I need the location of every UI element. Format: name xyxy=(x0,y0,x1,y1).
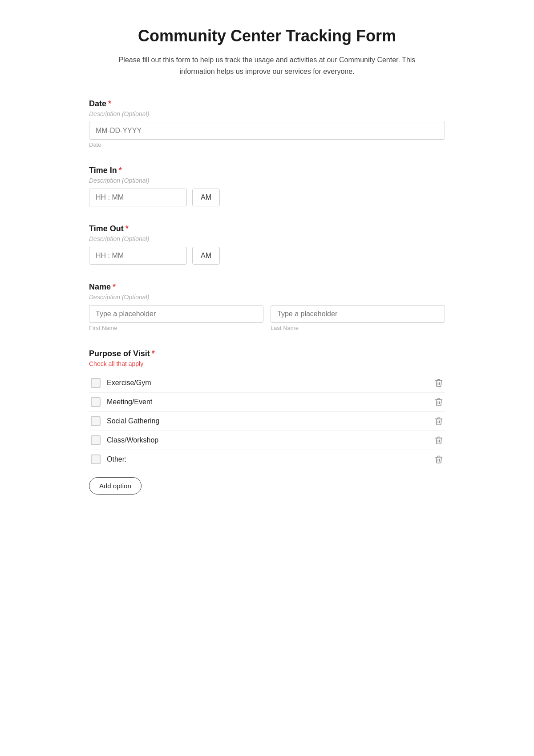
checkbox-option: Meeting/Event xyxy=(89,393,445,412)
checkbox-left-1: Meeting/Event xyxy=(91,397,152,407)
name-row: First Name Last Name xyxy=(89,305,445,331)
name-label: Name* xyxy=(89,282,445,292)
date-required: * xyxy=(108,99,111,108)
checkbox-box-3[interactable] xyxy=(91,435,101,445)
time-in-row: AM xyxy=(89,189,445,206)
checkbox-option: Social Gathering xyxy=(89,412,445,431)
checkbox-left-3: Class/Workshop xyxy=(91,435,158,445)
check-all-label: Check all that apply xyxy=(89,360,445,367)
checkbox-box-4[interactable] xyxy=(91,454,101,464)
delete-option-0[interactable] xyxy=(434,378,443,387)
purpose-section: Purpose of Visit* Check all that apply E… xyxy=(89,349,445,495)
checkbox-option: Exercise/Gym xyxy=(89,374,445,393)
page-description: Please fill out this form to help us tra… xyxy=(116,54,418,77)
time-out-section: Time Out* Description (Optional) AM xyxy=(89,224,445,265)
time-out-input[interactable] xyxy=(89,247,187,265)
last-name-hint: Last Name xyxy=(271,325,445,331)
checkbox-box-2[interactable] xyxy=(91,416,101,426)
delete-option-4[interactable] xyxy=(434,455,443,464)
checkbox-label-1: Meeting/Event xyxy=(107,398,152,406)
checkbox-label-2: Social Gathering xyxy=(107,417,159,425)
name-description: Description (Optional) xyxy=(89,294,445,301)
date-input[interactable] xyxy=(89,122,445,140)
purpose-label: Purpose of Visit* xyxy=(89,349,445,358)
checkbox-label-3: Class/Workshop xyxy=(107,436,158,444)
first-name-wrapper: First Name xyxy=(89,305,263,331)
delete-option-3[interactable] xyxy=(434,436,443,445)
checkbox-label-0: Exercise/Gym xyxy=(107,379,151,387)
checkbox-option: Other: xyxy=(89,450,445,469)
time-in-ampm[interactable]: AM xyxy=(192,189,220,206)
checkbox-box-0[interactable] xyxy=(91,378,101,388)
last-name-wrapper: Last Name xyxy=(271,305,445,331)
time-out-label: Time Out* xyxy=(89,224,445,233)
delete-option-1[interactable] xyxy=(434,398,443,406)
date-label: Date* xyxy=(89,99,445,109)
time-out-description: Description (Optional) xyxy=(89,235,445,242)
checkbox-left-0: Exercise/Gym xyxy=(91,378,151,388)
checkbox-label-4: Other: xyxy=(107,455,126,463)
checkbox-left-4: Other: xyxy=(91,454,126,464)
date-hint: Date xyxy=(89,141,445,148)
delete-option-2[interactable] xyxy=(434,417,443,426)
time-in-section: Time In* Description (Optional) AM xyxy=(89,166,445,206)
time-out-required: * xyxy=(125,224,129,233)
last-name-input[interactable] xyxy=(271,305,445,323)
name-required: * xyxy=(113,282,116,291)
checkbox-options-container: Exercise/Gym Meeting/Event xyxy=(89,374,445,469)
date-section: Date* Description (Optional) Date xyxy=(89,99,445,148)
add-option-button[interactable]: Add option xyxy=(89,477,142,495)
time-out-ampm[interactable]: AM xyxy=(192,247,220,265)
checkbox-left-2: Social Gathering xyxy=(91,416,159,426)
date-description: Description (Optional) xyxy=(89,110,445,117)
time-in-description: Description (Optional) xyxy=(89,177,445,184)
time-in-label: Time In* xyxy=(89,166,445,175)
page-title: Community Center Tracking Form xyxy=(89,27,445,45)
checkbox-box-1[interactable] xyxy=(91,397,101,407)
checkbox-option: Class/Workshop xyxy=(89,431,445,450)
name-section: Name* Description (Optional) First Name … xyxy=(89,282,445,331)
time-in-input[interactable] xyxy=(89,189,187,206)
purpose-required: * xyxy=(152,349,155,358)
time-in-required: * xyxy=(119,166,122,175)
time-out-row: AM xyxy=(89,247,445,265)
first-name-hint: First Name xyxy=(89,325,263,331)
first-name-input[interactable] xyxy=(89,305,263,323)
